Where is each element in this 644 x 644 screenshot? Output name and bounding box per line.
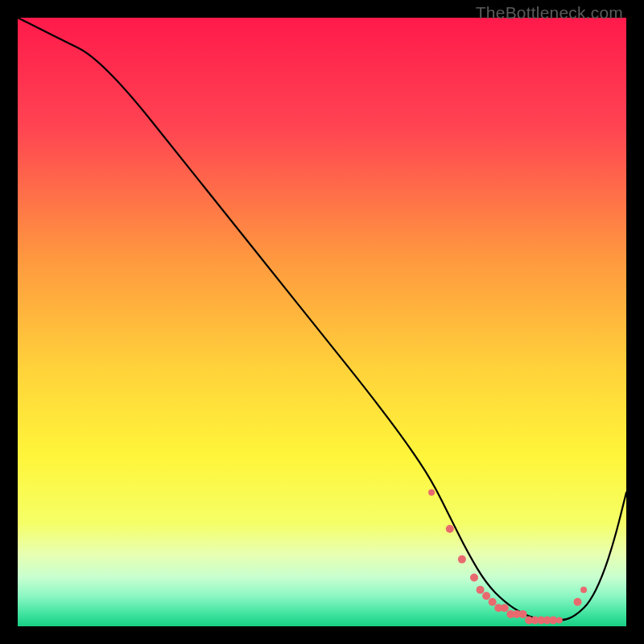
marker-point xyxy=(446,525,454,533)
marker-point xyxy=(489,598,497,606)
marker-point xyxy=(549,616,557,624)
marker-point xyxy=(482,592,490,600)
chart-background xyxy=(18,18,626,626)
marker-point xyxy=(574,598,582,606)
marker-point xyxy=(580,587,587,593)
marker-point xyxy=(458,555,466,564)
marker-point xyxy=(470,574,478,582)
marker-point xyxy=(518,610,526,618)
chart-svg xyxy=(18,18,626,626)
watermark-text: TheBottleneck.com xyxy=(476,3,623,23)
marker-point xyxy=(501,604,509,612)
chart-frame xyxy=(18,18,626,626)
marker-point xyxy=(477,586,485,594)
marker-point xyxy=(428,489,435,496)
marker-point xyxy=(556,617,563,623)
